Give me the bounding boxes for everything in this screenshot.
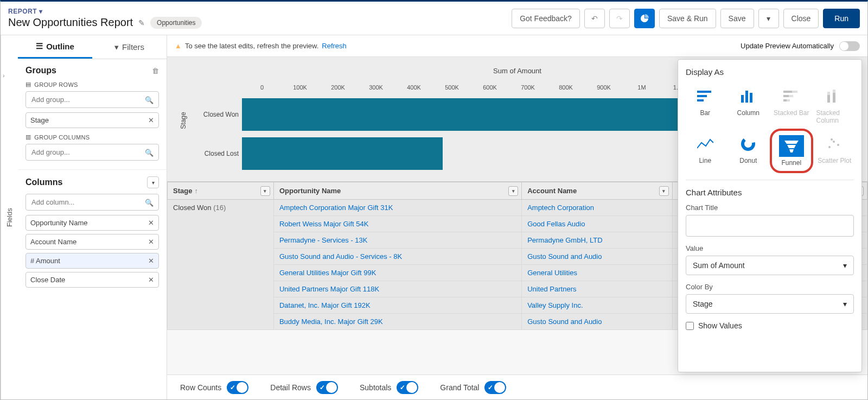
svg-rect-8 (783, 95, 789, 97)
tab-filters[interactable]: ▾ Filters (92, 35, 167, 59)
row-counts-toggle[interactable] (227, 381, 248, 394)
remove-icon[interactable]: ✕ (148, 257, 154, 265)
remove-icon[interactable]: ✕ (148, 219, 154, 227)
svg-rect-3 (741, 95, 744, 103)
stacked-column-icon (826, 90, 843, 103)
chart-properties-panel: Display As Bar Column Stacked Bar Stacke… (678, 59, 862, 372)
detail-rows-toggle[interactable] (316, 381, 338, 394)
chart-type-scatter: Scatter Plot (815, 131, 854, 171)
svg-rect-4 (745, 91, 748, 103)
refresh-message: To see the latest edits, refresh the pre… (185, 42, 318, 50)
group-row-chip-stage[interactable]: Stage ✕ (25, 112, 159, 128)
svg-rect-14 (833, 93, 835, 103)
save-run-button[interactable]: Save & Run (659, 9, 716, 28)
svg-rect-11 (787, 99, 790, 101)
subtotals-label: Subtotals (360, 383, 391, 392)
list-icon: ☰ (36, 41, 43, 51)
trash-icon[interactable]: 🗑 (152, 67, 159, 75)
svg-rect-10 (783, 99, 787, 101)
fields-collapsed-strip[interactable]: Fields (1, 35, 18, 399)
bar-chart-icon (697, 90, 713, 103)
caret-down-icon: ▾ (39, 8, 43, 15)
auto-update-label: Update Preview Automatically (741, 42, 834, 50)
report-main: ▲ To see the latest edits, refresh the p… (167, 35, 867, 399)
search-icon: 🔍 (145, 198, 154, 206)
auto-update-toggle[interactable] (839, 41, 860, 51)
funnel-chart-icon (783, 139, 800, 153)
stacked-bar-icon (783, 90, 800, 103)
svg-rect-12 (827, 95, 830, 103)
svg-rect-13 (827, 92, 830, 95)
svg-point-22 (837, 144, 839, 146)
svg-point-21 (833, 141, 835, 143)
scatter-chart-icon (826, 137, 843, 150)
refresh-link[interactable]: Refresh (322, 42, 347, 50)
svg-rect-5 (750, 93, 752, 103)
chart-type-column[interactable]: Column (729, 83, 768, 126)
chart-type-bar[interactable]: Bar (686, 83, 725, 126)
group-cols-label: ▥ GROUP COLUMNS (25, 134, 159, 141)
warning-icon: ▲ (175, 42, 182, 50)
tab-outline[interactable]: ☰ Outline (18, 35, 92, 59)
bar-closed-lost[interactable] (242, 137, 443, 170)
remove-icon[interactable]: ✕ (148, 238, 154, 246)
report-object-tag: Opportunities (150, 17, 202, 29)
chart-title-input[interactable] (686, 215, 854, 237)
undo-button[interactable]: ↶ (584, 9, 605, 28)
column-chart-icon (740, 90, 756, 103)
columns-menu-button[interactable]: ▾ (147, 176, 159, 188)
report-title: New Opportunities Report (8, 16, 133, 29)
svg-marker-17 (784, 141, 799, 144)
column-chip[interactable]: Close Date✕ (25, 272, 159, 288)
close-button[interactable]: Close (783, 9, 819, 28)
svg-rect-6 (783, 91, 792, 93)
column-chip[interactable]: Opportunity Name✕ (25, 215, 159, 231)
remove-icon[interactable]: ✕ (148, 116, 154, 124)
subtotals-toggle[interactable] (397, 381, 418, 394)
chart-title-label: Chart Title (686, 204, 854, 212)
svg-marker-18 (787, 145, 796, 148)
remove-icon[interactable]: ✕ (148, 276, 154, 284)
chart-type-stacked-bar: Stacked Bar (772, 83, 811, 126)
caret-down-icon: ▾ (843, 261, 847, 270)
search-icon: 🔍 (145, 96, 154, 104)
bar-closed-won[interactable] (242, 98, 687, 131)
filter-icon: ▾ (114, 42, 119, 52)
group-cols-input[interactable] (25, 144, 159, 161)
grand-total-toggle[interactable] (484, 381, 506, 394)
value-select[interactable]: Sum of Amount▾ (686, 256, 854, 275)
save-button[interactable]: Save (720, 9, 754, 28)
group-rows-input[interactable] (25, 91, 159, 108)
chart-y-label: Stage (180, 112, 187, 129)
grand-total-label: Grand Total (440, 383, 479, 392)
cols-icon: ▥ (25, 134, 31, 141)
show-values-label: Show Values (698, 321, 742, 330)
groups-heading: Groups (25, 66, 56, 75)
color-by-select[interactable]: Stage▾ (686, 294, 854, 314)
run-button[interactable]: Run (823, 9, 860, 28)
group-rows-label: ▤ GROUP ROWS (25, 81, 159, 88)
save-menu-button[interactable]: ▾ (758, 9, 779, 28)
report-type-label[interactable]: REPORT ▾ (8, 8, 512, 15)
row-counts-label: Row Counts (180, 383, 221, 392)
chevron-right-icon[interactable]: › (3, 72, 5, 79)
svg-rect-1 (697, 95, 707, 97)
add-column-input[interactable] (25, 194, 159, 211)
svg-marker-19 (789, 149, 794, 153)
svg-rect-15 (833, 90, 835, 93)
bar-label: Closed Lost (200, 150, 242, 157)
feedback-button[interactable]: Got Feedback? (512, 9, 580, 28)
chart-type-line[interactable]: Line (686, 131, 725, 171)
detail-rows-label: Detail Rows (270, 383, 311, 392)
show-values-checkbox[interactable] (686, 322, 694, 330)
redo-button: ↷ (609, 9, 630, 28)
table-footer-toggles: Row Counts Detail Rows Subtotals Grand T… (167, 374, 867, 399)
column-chip[interactable]: Account Name✕ (25, 234, 159, 250)
column-chip[interactable]: # Amount✕ (25, 253, 159, 269)
chart-type-donut[interactable]: Donut (729, 131, 768, 171)
chart-toggle-button[interactable] (634, 9, 655, 28)
pencil-icon[interactable]: ✎ (138, 18, 145, 27)
svg-rect-2 (697, 99, 704, 101)
chart-type-funnel[interactable]: Funnel (772, 131, 811, 171)
chart-type-stacked-column: Stacked Column (815, 83, 854, 126)
